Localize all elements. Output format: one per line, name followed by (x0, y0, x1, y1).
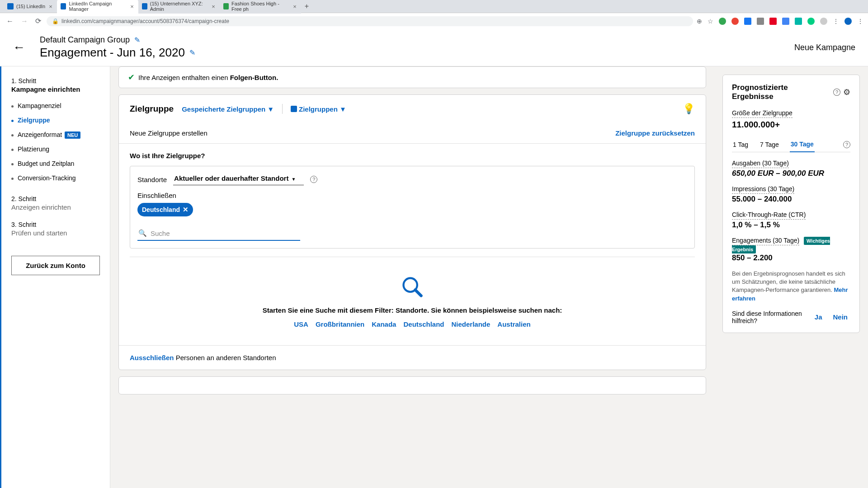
svg-line-1 (415, 290, 421, 296)
sidebar-item-placement[interactable]: Platzierung (11, 142, 100, 156)
extension-icon[interactable] (795, 18, 802, 25)
suggestion-link[interactable]: USA (294, 320, 308, 328)
feedback-yes-button[interactable]: Ja (812, 311, 825, 323)
url-text: linkedin.com/campaignmanager/account/508… (61, 18, 229, 24)
back-to-account-button[interactable]: Zurück zum Konto (11, 256, 100, 275)
help-icon[interactable]: ? (833, 89, 840, 96)
location-type-select[interactable]: Aktueller oder dauerhafter Standort (173, 174, 304, 185)
divider (282, 104, 283, 114)
saved-audiences-dropdown[interactable]: Gespeicherte Zielgruppen▼ (182, 105, 274, 113)
sidebar-item-audience[interactable]: Zielgruppe (11, 113, 100, 127)
browser-tab[interactable]: (15) LinkedIn× (4, 1, 57, 12)
extension-icon[interactable] (744, 18, 751, 25)
edit-icon[interactable]: ✎ (189, 48, 195, 57)
ctr-value: 1,0 % – 1,5 % (732, 221, 850, 230)
sidebar-item-conversion[interactable]: Conversion-Tracking (11, 171, 100, 185)
suggestion-link[interactable]: Kanada (372, 320, 396, 328)
search-suggestions-panel: Starten Sie eine Suche mit diesem Filter… (130, 257, 695, 337)
browser-menu-icon[interactable]: ⋮ (857, 18, 863, 25)
edit-icon[interactable]: ✎ (134, 36, 140, 44)
location-box: Standorte Aktueller oder dauerhafter Sta… (130, 166, 695, 249)
suggestion-link[interactable]: Großbritannien (316, 320, 364, 328)
gear-icon[interactable]: ⚙ (843, 87, 850, 97)
close-icon[interactable]: × (211, 3, 216, 10)
sidebar: 1. Schritt Kampagne einrichten Kampagnen… (0, 66, 110, 488)
sidebar-item-budget[interactable]: Budget und Zeitplan (11, 156, 100, 171)
help-icon[interactable]: ? (843, 141, 850, 148)
suggestion-link[interactable]: Deutschland (403, 320, 444, 328)
step-title: Kampagne einrichten (11, 85, 100, 93)
close-icon[interactable]: × (292, 3, 297, 10)
step-label: 1. Schritt (11, 77, 100, 84)
sidebar-item-goal[interactable]: Kampagnenziel (11, 99, 100, 113)
extension-icon[interactable] (820, 18, 827, 25)
tab-30-days[interactable]: 30 Tage (790, 137, 815, 152)
zoom-icon[interactable]: ⊕ (697, 18, 702, 25)
new-badge: NEU (65, 131, 80, 139)
url-input[interactable]: 🔒 linkedin.com/campaignmanager/account/5… (47, 16, 693, 26)
browser-tab[interactable]: (15) Unternehmen XYZ: Admin× (138, 0, 220, 14)
chip-label: Deutschland (142, 206, 180, 213)
back-icon[interactable]: ← (5, 16, 15, 26)
back-button[interactable]: ← (13, 40, 25, 55)
magnifier-icon (401, 275, 424, 299)
suggestion-link[interactable]: Niederlande (451, 320, 490, 328)
extension-icon[interactable] (807, 18, 815, 25)
browser-tab[interactable]: Fashion Shoes High - Free ph× (220, 0, 301, 14)
menu-icon[interactable]: ⋮ (833, 18, 839, 25)
campaign-group-title: Default Campaign Group ✎ (40, 35, 794, 45)
exclude-link[interactable]: Ausschließen (130, 354, 174, 361)
extension-icon[interactable] (757, 18, 764, 25)
avatar-icon[interactable] (844, 18, 852, 25)
feedback-no-button[interactable]: Nein (830, 311, 850, 323)
step-label: 2. Schritt (11, 195, 100, 202)
campaign-status: Neue Kampagne (794, 43, 855, 52)
engagements-label: Engagements (30 Tage) (732, 237, 799, 245)
tab-1-day[interactable]: 1 Tag (732, 137, 749, 152)
extension-icon[interactable] (782, 18, 789, 25)
exclude-row: Ausschließen Personen an anderen Standor… (119, 346, 706, 370)
ctr-label: Click-Through-Rate (CTR) (732, 211, 806, 220)
tab-title: LinkedIn Campaign Manager (69, 1, 127, 12)
location-question: Wo ist Ihre Zielgruppe? (130, 152, 695, 160)
sidebar-item-format[interactable]: AnzeigenformatNEU (11, 127, 100, 142)
help-icon[interactable]: ? (310, 176, 317, 183)
close-icon[interactable]: × (129, 3, 135, 10)
star-icon[interactable]: ☆ (708, 18, 713, 25)
close-icon[interactable]: × (48, 3, 53, 10)
reset-audience-link[interactable]: Zielgruppe zurücksetzen (615, 129, 695, 137)
browser-tab[interactable]: LinkedIn Campaign Manager× (57, 0, 138, 14)
tab-7-days[interactable]: 7 Tage (759, 137, 780, 152)
chevron-down-icon: ▼ (267, 105, 274, 113)
forecast-panel: Prognostizierte Ergebnisse ? ⚙ Größe der… (714, 66, 868, 488)
audiences-dropdown[interactable]: Zielgruppen▼ (291, 105, 346, 113)
forecast-tabs: 1 Tag 7 Tage 30 Tage ? (732, 137, 850, 152)
info-banner-card: ✔ Ihre Anzeigen enthalten einen Folgen-B… (118, 66, 706, 88)
extension-icon[interactable] (719, 18, 726, 25)
lock-icon: 🔒 (52, 18, 59, 24)
extension-icon[interactable] (769, 18, 777, 25)
browser-chrome: (15) LinkedIn× LinkedIn Campaign Manager… (0, 0, 868, 29)
exclude-text: Personen an anderen Standorten (174, 354, 276, 361)
step-label: 3. Schritt (11, 221, 100, 228)
feedback-question: Sind diese Informationen hilfreich? (732, 310, 807, 324)
location-search[interactable]: 🔍 (137, 226, 300, 241)
impressions-value: 55.000 – 240.000 (732, 195, 850, 204)
tab-title: (15) LinkedIn (16, 4, 45, 9)
extension-icons: ⊕ ☆ ⋮ ⋮ (697, 18, 863, 25)
create-audience-label: Neue Zielgruppe erstellen (130, 129, 208, 137)
tab-title: (15) Unternehmen XYZ: Admin (150, 1, 208, 12)
info-text: Ihre Anzeigen enthalten einen Folgen-But… (138, 74, 278, 81)
extension-icon[interactable] (731, 18, 739, 25)
tab-strip: (15) LinkedIn× LinkedIn Campaign Manager… (0, 0, 868, 13)
linkedin-icon (291, 106, 297, 112)
step-title: Prüfen und starten (11, 229, 100, 237)
lightbulb-icon[interactable]: 💡 (683, 103, 695, 115)
spend-label: Ausgaben (30 Tage) (732, 160, 789, 168)
audience-card: Zielgruppe Gespeicherte Zielgruppen▼ Zie… (118, 94, 706, 370)
reload-icon[interactable]: ⟳ (33, 16, 43, 26)
new-tab-button[interactable]: + (301, 0, 312, 12)
remove-chip-icon[interactable]: ✕ (183, 206, 189, 214)
suggestion-link[interactable]: Australien (497, 320, 530, 328)
search-input[interactable] (151, 230, 299, 237)
